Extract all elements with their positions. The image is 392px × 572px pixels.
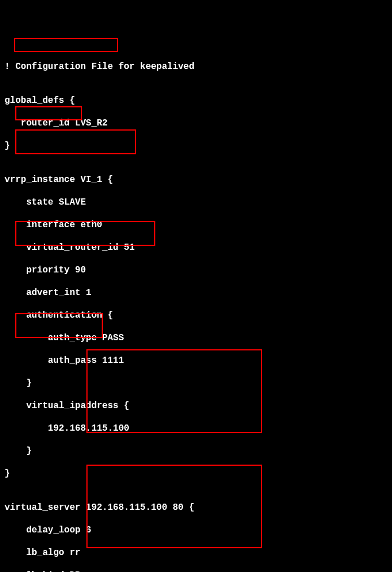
config-line: virtual_server 192.168.115.100 80 { <box>5 502 387 513</box>
config-line: auth_pass 1111 <box>5 355 387 366</box>
config-line: 192.168.115.100 <box>5 423 387 434</box>
config-line: } <box>5 378 387 389</box>
config-line: delay_loop 6 <box>5 525 387 536</box>
config-line: state SLAVE <box>5 197 387 208</box>
config-line: virtual_router_id 51 <box>5 242 387 253</box>
config-line: lb_algo rr <box>5 547 387 558</box>
config-line: priority 90 <box>5 265 387 276</box>
config-line: } <box>5 445 387 457</box>
config-line: vrrp_instance VI_1 { <box>5 174 387 185</box>
config-line: auth_type PASS <box>5 332 387 344</box>
config-line: } <box>5 468 387 479</box>
config-line: interface eth0 <box>5 219 387 231</box>
config-line: authentication { <box>5 310 387 321</box>
config-line: virtual_ipaddress { <box>5 400 387 411</box>
config-line: ! Configuration File for keepalived <box>5 61 387 72</box>
config-line: global_defs { <box>5 95 387 106</box>
config-line: router_id LVS_R2 <box>5 118 387 129</box>
config-line: lb_kind DR <box>5 570 387 572</box>
config-text: ! Configuration File for keepalived glob… <box>5 50 387 572</box>
config-line: } <box>5 140 387 151</box>
config-line: advert_int 1 <box>5 287 387 298</box>
